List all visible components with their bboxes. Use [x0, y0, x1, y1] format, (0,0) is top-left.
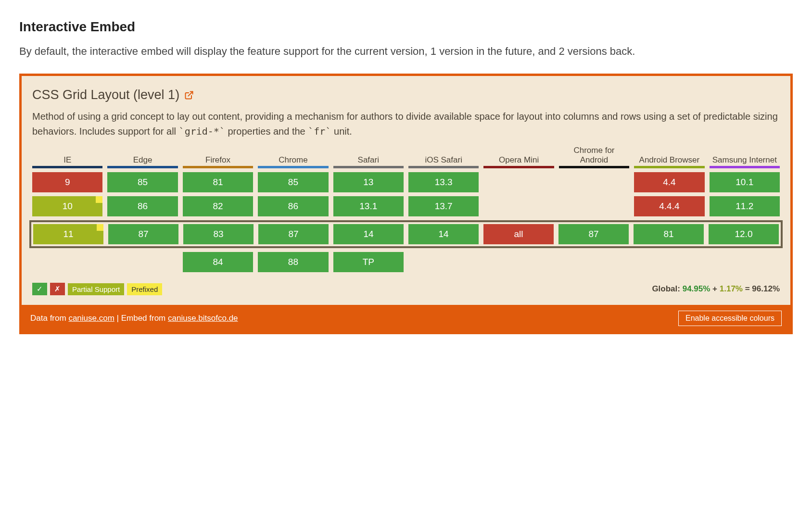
desc-code2: `fr` — [308, 126, 331, 137]
version-cell — [483, 172, 554, 192]
version-cell[interactable]: 4.4 — [634, 172, 704, 192]
version-cell[interactable]: 82 — [183, 196, 253, 216]
browser-header: Chrome for Android — [559, 146, 629, 168]
version-cell[interactable]: 13.3 — [408, 172, 479, 192]
browser-name: Firefox — [205, 155, 230, 165]
section-heading: Interactive Embed — [19, 19, 793, 35]
browser-name: Safari — [358, 155, 379, 165]
global-partial: 1.17% — [720, 284, 743, 293]
global-plus: + — [712, 284, 717, 293]
browser-header: Samsung Internet — [710, 146, 780, 168]
global-label: Global: — [652, 284, 680, 293]
legend-unsupported: ✗ — [50, 283, 65, 295]
version-cell[interactable]: 4.4.4 — [634, 196, 704, 216]
footer-credits: Data from caniuse.com | Embed from caniu… — [30, 314, 238, 323]
browser-header: Firefox — [183, 146, 253, 168]
version-cell[interactable]: 86 — [107, 196, 178, 216]
browser-color-bar — [258, 166, 328, 168]
external-link-icon[interactable] — [184, 90, 194, 100]
browser-header: IE — [32, 146, 102, 168]
version-cell[interactable]: 13 — [333, 172, 404, 192]
version-cell — [559, 196, 629, 216]
browser-header: Opera Mini — [483, 146, 554, 168]
version-cell[interactable]: 9 — [32, 172, 102, 192]
browser-color-bar — [559, 166, 629, 168]
embed-body: CSS Grid Layout (level 1) Method of usin… — [22, 76, 790, 305]
version-cell[interactable]: 14 — [333, 224, 404, 244]
caniuse-link[interactable]: caniuse.com — [68, 314, 114, 323]
version-cell[interactable]: 88 — [258, 252, 328, 272]
browser-header: Android Browser — [634, 146, 704, 168]
support-grid: IEEdgeFirefoxChromeSafariiOS SafariOpera… — [32, 146, 780, 272]
version-cell[interactable]: 12.0 — [709, 224, 779, 244]
browser-color-bar — [32, 166, 102, 168]
version-cell[interactable]: 10.1 — [710, 172, 780, 192]
browser-name: Edge — [133, 155, 152, 165]
version-cell[interactable]: 13.7 — [408, 196, 479, 216]
feature-description: Method of using a grid concept to lay ou… — [32, 109, 780, 139]
browser-name: iOS Safari — [425, 155, 462, 165]
version-cell[interactable]: 87 — [258, 224, 329, 244]
legend-row: ✓ ✗ Partial Support Prefixed Global: 94.… — [32, 283, 780, 295]
version-cell[interactable]: 87 — [108, 224, 178, 244]
feature-title[interactable]: CSS Grid Layout (level 1) — [32, 88, 780, 102]
version-cell[interactable]: 86 — [258, 196, 328, 216]
browser-name: Chrome for Android — [559, 146, 629, 164]
version-cell[interactable]: 81 — [634, 224, 704, 244]
version-cell[interactable]: all — [483, 224, 554, 244]
browser-color-bar — [634, 166, 704, 168]
browser-header: Edge — [107, 146, 178, 168]
version-cell[interactable]: 87 — [558, 224, 629, 244]
version-cell[interactable]: 13.1 — [333, 196, 404, 216]
intro-text: By default, the interactive embed will d… — [19, 43, 793, 59]
version-cell — [483, 252, 554, 272]
browser-header: Chrome — [258, 146, 328, 168]
version-cell[interactable]: 81 — [183, 172, 253, 192]
version-cell — [559, 172, 629, 192]
version-cell[interactable]: 85 — [258, 172, 328, 192]
version-cell — [634, 252, 704, 272]
browser-name: IE — [63, 155, 71, 165]
version-cell[interactable]: 85 — [107, 172, 178, 192]
browser-color-bar — [183, 166, 253, 168]
desc-mid: properties and the — [225, 126, 308, 137]
enable-accessible-colours-button[interactable]: Enable accessible colours — [678, 311, 782, 326]
version-cell — [710, 252, 780, 272]
desc-pre: Method of using a grid concept to lay ou… — [32, 111, 778, 137]
version-cell — [107, 252, 178, 272]
bitsofco-link[interactable]: caniuse.bitsofco.de — [168, 314, 238, 323]
caniuse-embed: CSS Grid Layout (level 1) Method of usin… — [19, 74, 793, 334]
browser-color-bar — [107, 166, 178, 168]
version-cell[interactable]: 11 — [33, 224, 103, 244]
global-eq: = 96.12% — [745, 284, 780, 293]
svg-line-0 — [188, 91, 192, 96]
footer-sep: | — [114, 314, 121, 323]
version-cell[interactable]: TP — [333, 252, 404, 272]
legend-supported: ✓ — [32, 283, 47, 295]
version-cell[interactable]: 11.2 — [710, 196, 780, 216]
browser-color-bar — [710, 166, 780, 168]
browser-header: Safari — [333, 146, 404, 168]
footer-data-from: Data from — [30, 314, 66, 323]
feature-title-text: CSS Grid Layout (level 1) — [32, 88, 179, 102]
version-cell[interactable]: 83 — [183, 224, 254, 244]
browser-name: Android Browser — [639, 155, 700, 165]
browser-name: Opera Mini — [499, 155, 539, 165]
legend-partial: Partial Support — [68, 283, 124, 295]
version-cell — [32, 252, 102, 272]
browser-name: Chrome — [279, 155, 307, 165]
desc-code1: `grid-*` — [179, 126, 225, 137]
version-cell — [408, 252, 479, 272]
desc-post: unit. — [331, 126, 352, 137]
version-cell — [483, 196, 554, 216]
browser-color-bar — [408, 166, 479, 168]
legend-prefixed: Prefixed — [127, 283, 162, 295]
version-cell[interactable]: 14 — [408, 224, 479, 244]
embed-footer: Data from caniuse.com | Embed from caniu… — [22, 305, 790, 332]
global-stats: Global: 94.95% + 1.17% = 96.12% — [652, 284, 780, 294]
global-full: 94.95% — [683, 284, 710, 293]
current-version-row: 118783871414all878112.0 — [29, 220, 783, 248]
version-cell[interactable]: 84 — [183, 252, 253, 272]
version-cell[interactable]: 10 — [32, 196, 102, 216]
legend-items: ✓ ✗ Partial Support Prefixed — [32, 283, 162, 295]
